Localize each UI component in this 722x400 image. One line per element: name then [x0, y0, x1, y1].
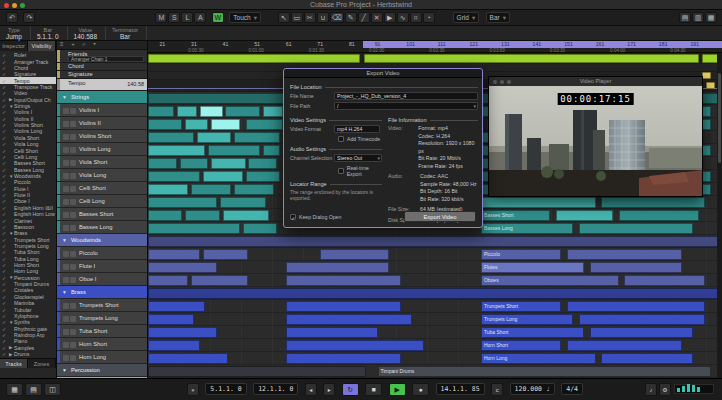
midi-clip[interactable] [225, 106, 259, 117]
midi-clip[interactable] [567, 301, 705, 312]
track-lane-trumpets-long[interactable]: Trumpets Long [148, 313, 722, 326]
midi-clip[interactable] [263, 145, 280, 156]
midi-clip[interactable] [619, 210, 699, 221]
toolbar-state-button[interactable]: L [181, 12, 193, 23]
solo-button[interactable] [70, 121, 76, 127]
tool-button-6[interactable]: ╱ [358, 12, 370, 23]
track-header-viola-long[interactable]: Viola Long [57, 169, 147, 182]
video-player-titlebar[interactable]: Video Player [489, 77, 702, 86]
tool-button-4[interactable]: ⌫ [330, 12, 344, 23]
tool-button-11[interactable]: ◔ [423, 12, 435, 23]
midi-clip[interactable] [286, 353, 401, 364]
sidebar-tab-visibility[interactable]: Visibility [28, 41, 56, 51]
solo-button[interactable] [70, 355, 76, 361]
midi-clip[interactable]: Oboes [481, 275, 619, 286]
solo-button[interactable] [70, 173, 76, 179]
midi-clip[interactable] [200, 106, 223, 117]
midi-clip[interactable] [191, 275, 248, 286]
vertical-scrollbar[interactable] [717, 53, 722, 378]
midi-clip[interactable] [579, 223, 694, 234]
solo-button[interactable] [70, 134, 76, 140]
midi-clip[interactable] [263, 106, 283, 117]
midi-clip[interactable] [148, 210, 182, 221]
midi-clip[interactable] [234, 184, 274, 195]
midi-clip[interactable] [579, 314, 705, 325]
file-name-input[interactable]: Project_-_HQ_Dub_version_4 [334, 92, 478, 100]
folder-arrow-icon[interactable]: ▼ [62, 94, 67, 100]
track-header-basses-long[interactable]: Basses Long [57, 221, 147, 234]
midi-clip[interactable] [286, 314, 412, 325]
track-list-toolbar[interactable]: ≡ + ⌕ ▾ [57, 41, 147, 50]
scrollbar-thumb[interactable] [718, 73, 721, 163]
sidebar-bottom-tab-zones[interactable]: Zones [28, 359, 56, 368]
track-lane-percussion[interactable]: Timpani Drums [148, 365, 722, 378]
midi-clip[interactable] [320, 249, 389, 260]
transport-right-button[interactable]: ♪ [645, 383, 657, 396]
solo-button[interactable] [70, 264, 76, 270]
tempo-event[interactable] [706, 82, 715, 89]
folder-arrow-icon[interactable]: ▼ [62, 367, 67, 373]
nudge-left-button[interactable]: ◂ [305, 383, 317, 396]
midi-clip[interactable] [185, 119, 208, 130]
sidebar-tab-inspector[interactable]: Inspector [0, 41, 28, 51]
midi-clip[interactable] [177, 106, 197, 117]
tempo-track-header[interactable]: Tempo 140.58 [57, 79, 147, 91]
midi-clip[interactable] [556, 210, 613, 221]
folder-arrow-icon[interactable]: ▼ [62, 289, 67, 295]
solo-button[interactable] [70, 212, 76, 218]
midi-clip[interactable] [185, 210, 219, 221]
info-line-field[interactable]: Value140.588 [68, 26, 107, 40]
track-header-trumpets-long[interactable]: Trumpets Long [57, 312, 147, 325]
midi-clip[interactable] [286, 340, 424, 351]
vp-close-icon[interactable] [493, 80, 497, 84]
solo-button[interactable] [70, 316, 76, 322]
midi-clip[interactable] [601, 353, 693, 364]
midi-clip[interactable] [148, 184, 188, 195]
position-display[interactable]: 14.1.1. 85 [436, 383, 485, 395]
visibility-item[interactable]: ✓Transpose Track [0, 84, 56, 90]
info-line-field[interactable]: TerminatorBar [106, 26, 147, 40]
track-lane-tuba-short[interactable]: Tuba Short [148, 326, 722, 339]
add-timecode-box[interactable] [338, 136, 344, 142]
tool-button-7[interactable]: ✕ [371, 12, 383, 23]
track-header-celli-long[interactable]: Celli Long [57, 195, 147, 208]
midi-clip[interactable] [148, 119, 182, 130]
track-header-trumpets-short[interactable]: Trumpets Short [57, 299, 147, 312]
grid-type-dropdown[interactable]: Bar▾ [486, 12, 510, 23]
solo-button[interactable] [70, 225, 76, 231]
midi-clip[interactable] [203, 171, 243, 182]
arranger-track-header[interactable]: Friends Arranger Chain 1 [57, 50, 147, 63]
solo-button[interactable] [70, 277, 76, 283]
midi-clip[interactable] [223, 210, 269, 221]
solo-button[interactable] [70, 329, 76, 335]
mute-button[interactable] [63, 134, 69, 140]
signature-display[interactable]: 4/4 [561, 383, 583, 395]
transport-right-button[interactable]: ⚙ [659, 383, 671, 396]
midi-clip[interactable] [148, 145, 205, 156]
midi-clip[interactable] [148, 171, 200, 182]
midi-clip[interactable]: Horn Short [481, 340, 561, 351]
solo-button[interactable] [70, 251, 76, 257]
tool-button-5[interactable]: ✎ [345, 12, 357, 23]
signature-event[interactable] [702, 72, 711, 79]
right-locator-field[interactable]: 12.1.1. 0 [253, 383, 298, 395]
midi-clip[interactable]: Flutes [481, 262, 584, 273]
tool-button-8[interactable]: ▶ [384, 12, 396, 23]
track-header-horn-short[interactable]: Horn Short [57, 338, 147, 351]
timeline-ruler[interactable]: 2131415161718191101111121131141151161171… [148, 41, 722, 53]
midi-clip[interactable] [624, 275, 704, 286]
track-header-piccolo[interactable]: Piccolo [57, 247, 147, 260]
track-header-flute-i[interactable]: Flute I [57, 260, 147, 273]
tool-button-0[interactable]: ↖ [278, 12, 290, 23]
midi-clip[interactable]: Timpani Drums [378, 366, 711, 377]
midi-clip[interactable] [234, 132, 280, 143]
track-header-celli-short[interactable]: Celli Short [57, 182, 147, 195]
folder-arrow-icon[interactable]: ▼ [62, 237, 67, 243]
mute-button[interactable] [63, 121, 69, 127]
midi-clip[interactable] [148, 236, 722, 247]
channel-selection-dropdown[interactable]: Stereo Out▾ [334, 154, 382, 162]
mute-button[interactable] [63, 303, 69, 309]
midi-clip[interactable] [203, 249, 249, 260]
track-header-violins-long[interactable]: Violins Long [57, 143, 147, 156]
midi-clip[interactable] [191, 184, 231, 195]
